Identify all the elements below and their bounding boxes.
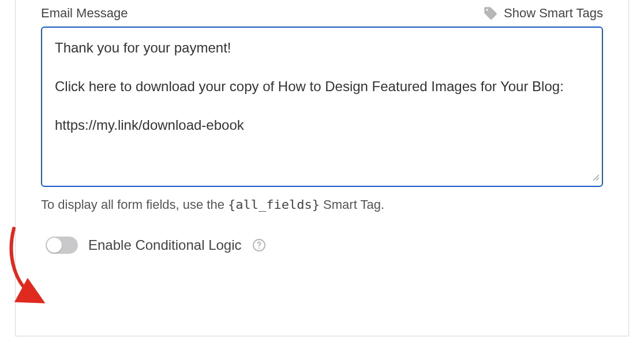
help-icon[interactable] xyxy=(252,238,266,252)
show-smart-tags-label: Show Smart Tags xyxy=(504,6,603,21)
toggle-knob xyxy=(47,238,62,253)
hint-smart-tag-token: {all_fields} xyxy=(228,197,320,212)
show-smart-tags-link[interactable]: Show Smart Tags xyxy=(483,6,603,21)
conditional-logic-label: Enable Conditional Logic xyxy=(88,237,242,253)
hint-text-prefix: To display all form fields, use the xyxy=(41,197,228,212)
email-message-textarea[interactable] xyxy=(42,28,602,183)
email-message-field-header: Email Message Show Smart Tags xyxy=(41,0,603,21)
svg-point-3 xyxy=(258,247,259,249)
all-fields-hint: To display all form fields, use the {all… xyxy=(41,197,603,212)
email-message-textarea-wrap xyxy=(41,27,603,187)
settings-panel: Email Message Show Smart Tags xyxy=(15,0,629,336)
tag-icon xyxy=(483,6,498,21)
email-message-label: Email Message xyxy=(41,6,128,21)
hint-text-suffix: Smart Tag. xyxy=(320,197,384,212)
conditional-logic-toggle[interactable] xyxy=(46,237,78,254)
conditional-logic-row: Enable Conditional Logic xyxy=(41,237,603,254)
